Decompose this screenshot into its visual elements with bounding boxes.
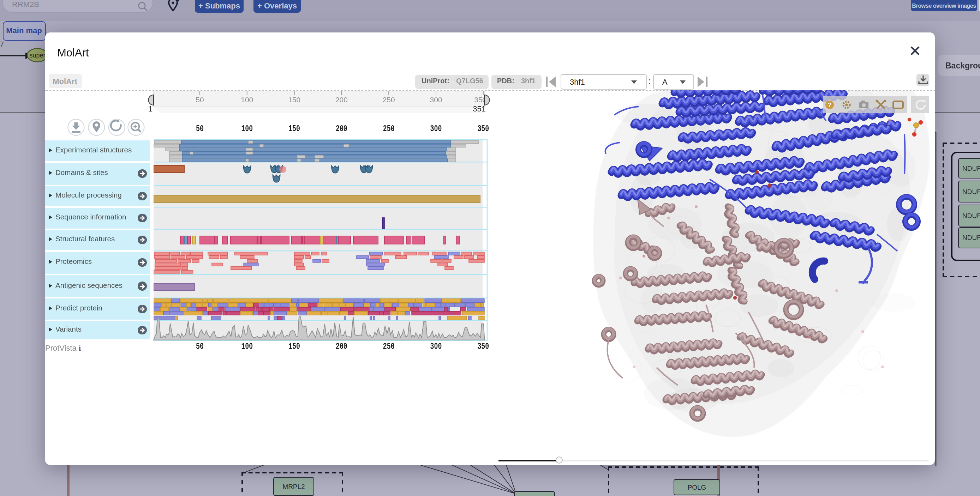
svg-text:200: 200 [336, 96, 348, 104]
svg-text:150: 150 [288, 96, 301, 104]
svg-text:100: 100 [241, 124, 253, 134]
svg-text:?: ? [828, 101, 832, 109]
svg-text:7: 7 [0, 40, 4, 48]
svg-text:200: 200 [336, 341, 347, 352]
svg-text:super: super [29, 52, 45, 59]
svg-text:250: 250 [383, 96, 395, 104]
svg-text:300: 300 [430, 124, 442, 134]
svg-text:50: 50 [196, 124, 204, 134]
svg-text:300: 300 [430, 96, 442, 104]
svg-text:250: 250 [383, 341, 395, 352]
svg-text:200: 200 [336, 124, 347, 134]
svg-text:351: 351 [473, 105, 486, 113]
svg-text:100: 100 [241, 96, 253, 104]
svg-text:1: 1 [148, 105, 153, 113]
svg-text:300: 300 [430, 341, 442, 352]
svg-text:250: 250 [383, 124, 395, 134]
svg-text:150: 150 [288, 124, 300, 134]
svg-text:150: 150 [288, 341, 300, 352]
svg-text:50: 50 [196, 96, 204, 104]
svg-text:50: 50 [196, 341, 204, 352]
svg-text:100: 100 [241, 341, 253, 352]
